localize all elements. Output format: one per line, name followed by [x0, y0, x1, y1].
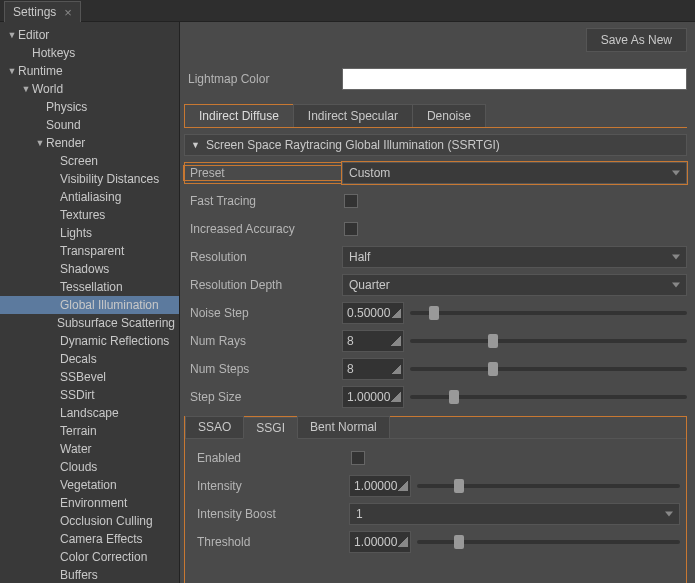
tree-item-shadows[interactable]: Shadows [0, 260, 179, 278]
numRays-slider[interactable] [410, 330, 687, 352]
tree-item-label: Landscape [60, 406, 119, 420]
tree-item-environment[interactable]: Environment [0, 494, 179, 512]
inner-tab-ssao[interactable]: SSAO [185, 416, 244, 438]
tree-item-landscape[interactable]: Landscape [0, 404, 179, 422]
value-text: 8 [347, 362, 354, 376]
close-icon[interactable]: × [64, 6, 72, 19]
tree-item-decals[interactable]: Decals [0, 350, 179, 368]
tree-item-subsurface-scattering[interactable]: Subsurface Scattering [0, 314, 179, 332]
drag-handle-icon[interactable] [391, 364, 401, 374]
prop-label: Preset [184, 166, 342, 180]
tab-indirect-diffuse[interactable]: Indirect Diffuse [184, 104, 294, 127]
tree-item-label: Tessellation [60, 280, 123, 294]
drag-handle-icon[interactable] [391, 336, 401, 346]
threshold-number-input[interactable]: 1.00000 [349, 531, 411, 553]
drag-handle-icon[interactable] [391, 392, 401, 402]
inner-property-grid: EnabledIntensity1.00000Intensity Boost1T… [185, 439, 686, 559]
tree-item-screen[interactable]: Screen [0, 152, 179, 170]
tree-item-label: Visibility Distances [60, 172, 159, 186]
enabled-checkbox[interactable] [351, 451, 365, 465]
intensity-slider[interactable] [417, 475, 680, 497]
inner-tab-ssgi[interactable]: SSGI [243, 417, 298, 439]
tree-item-ssbevel[interactable]: SSBevel [0, 368, 179, 386]
slider-thumb[interactable] [454, 535, 464, 549]
chevron-icon[interactable]: ▼ [34, 138, 46, 148]
tree-item-lights[interactable]: Lights [0, 224, 179, 242]
slider-track [417, 540, 680, 544]
tree-item-camera-effects[interactable]: Camera Effects [0, 530, 179, 548]
tree-item-world[interactable]: ▼World [0, 80, 179, 98]
stepSize-slider[interactable] [410, 386, 687, 408]
drag-handle-icon[interactable] [391, 308, 401, 318]
tree-item-label: Antialiasing [60, 190, 121, 204]
tab-denoise[interactable]: Denoise [412, 104, 486, 127]
tree-item-label: Clouds [60, 460, 97, 474]
increasedAccuracy-checkbox[interactable] [344, 222, 358, 236]
tree-item-color-correction[interactable]: Color Correction [0, 548, 179, 566]
section-header-ssrtgi[interactable]: ▼ Screen Space Raytracing Global Illumin… [184, 134, 687, 156]
preset-dropdown[interactable]: Custom [342, 162, 687, 184]
slider-thumb[interactable] [488, 334, 498, 348]
tree-item-textures[interactable]: Textures [0, 206, 179, 224]
tree-item-visibility-distances[interactable]: Visibility Distances [0, 170, 179, 188]
lightmap-color-swatch[interactable] [342, 68, 687, 90]
slider-thumb[interactable] [449, 390, 459, 404]
stepSize-number-input[interactable]: 1.00000 [342, 386, 404, 408]
tree-item-global-illumination[interactable]: Global Illumination [0, 296, 179, 314]
tree-item-runtime[interactable]: ▼Runtime [0, 62, 179, 80]
numRays-number-input[interactable]: 8 [342, 330, 404, 352]
resolution-dropdown[interactable]: Half [342, 246, 687, 268]
tree-item-dynamic-reflections[interactable]: Dynamic Reflections [0, 332, 179, 350]
prop-label: Fast Tracing [184, 194, 342, 208]
tree-item-label: Lights [60, 226, 92, 240]
intensityBoost-dropdown[interactable]: 1 [349, 503, 680, 525]
tree-item-label: Dynamic Reflections [60, 334, 169, 348]
tree-item-label: Runtime [18, 64, 63, 78]
tree-item-terrain[interactable]: Terrain [0, 422, 179, 440]
tree-item-editor[interactable]: ▼Editor [0, 26, 179, 44]
window-tab-settings[interactable]: Settings × [4, 1, 81, 22]
prop-row-noiseStep: Noise Step0.50000 [184, 302, 687, 324]
tree-item-ssdirt[interactable]: SSDirt [0, 386, 179, 404]
tree-item-hotkeys[interactable]: Hotkeys [0, 44, 179, 62]
noiseStep-slider[interactable] [410, 302, 687, 324]
slider-track [417, 484, 680, 488]
tree-item-clouds[interactable]: Clouds [0, 458, 179, 476]
slider-thumb[interactable] [429, 306, 439, 320]
tree-item-tessellation[interactable]: Tessellation [0, 278, 179, 296]
chevron-icon[interactable]: ▼ [20, 84, 32, 94]
tree-item-antialiasing[interactable]: Antialiasing [0, 188, 179, 206]
prop-label: Num Steps [184, 362, 342, 376]
tab-indirect-specular[interactable]: Indirect Specular [293, 104, 413, 127]
inner-tab-bent-normal[interactable]: Bent Normal [297, 416, 390, 438]
threshold-slider[interactable] [417, 531, 680, 553]
drag-handle-icon[interactable] [398, 537, 408, 547]
save-as-new-button[interactable]: Save As New [586, 28, 687, 52]
tree-item-label: Water [60, 442, 92, 456]
noiseStep-number-input[interactable]: 0.50000 [342, 302, 404, 324]
chevron-icon[interactable]: ▼ [6, 66, 18, 76]
tree-item-buffers[interactable]: Buffers [0, 566, 179, 583]
tree-item-render[interactable]: ▼Render [0, 134, 179, 152]
drag-handle-icon[interactable] [398, 481, 408, 491]
chevron-icon[interactable]: ▼ [6, 30, 18, 40]
settings-tree: ▼EditorHotkeys▼Runtime▼WorldPhysicsSound… [0, 22, 180, 583]
intensity-number-input[interactable]: 1.00000 [349, 475, 411, 497]
tree-item-occlusion-culling[interactable]: Occlusion Culling [0, 512, 179, 530]
tree-item-label: Screen [60, 154, 98, 168]
tree-item-sound[interactable]: Sound [0, 116, 179, 134]
tree-item-water[interactable]: Water [0, 440, 179, 458]
fastTracing-checkbox[interactable] [344, 194, 358, 208]
prop-row-stepSize: Step Size1.00000 [184, 386, 687, 408]
numSteps-number-input[interactable]: 8 [342, 358, 404, 380]
prop-label: Enabled [191, 451, 349, 465]
tree-item-label: Vegetation [60, 478, 117, 492]
tree-item-physics[interactable]: Physics [0, 98, 179, 116]
slider-thumb[interactable] [454, 479, 464, 493]
tree-item-transparent[interactable]: Transparent [0, 242, 179, 260]
slider-thumb[interactable] [488, 362, 498, 376]
resolutionDepth-dropdown[interactable]: Quarter [342, 274, 687, 296]
numSteps-slider[interactable] [410, 358, 687, 380]
prop-row-numRays: Num Rays8 [184, 330, 687, 352]
tree-item-vegetation[interactable]: Vegetation [0, 476, 179, 494]
